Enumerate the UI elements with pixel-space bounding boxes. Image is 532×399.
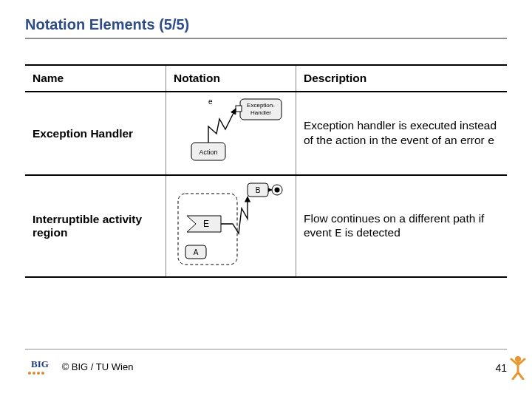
svg-point-21	[41, 372, 44, 375]
desc-text: Exception handler is executed instead of…	[304, 119, 497, 146]
table-header-row: Name Notation Description	[25, 65, 507, 92]
col-description-header: Description	[296, 65, 508, 92]
svg-text:Handler: Handler	[250, 109, 271, 116]
svg-text:Action: Action	[199, 149, 217, 156]
exception-handler-figure: Exception- Handler Action e	[174, 97, 284, 167]
footer-row: BIG © BIG / TU Wien 41	[25, 357, 507, 378]
svg-text:E: E	[203, 219, 209, 229]
row-name: Exception Handler	[25, 92, 166, 175]
desc-text-after: is detected	[342, 226, 400, 239]
svg-point-18	[28, 372, 31, 375]
footer-left: BIG © BIG / TU Wien	[25, 357, 133, 378]
table-row: Interruptible activity region A	[25, 175, 507, 277]
notation-table: Name Notation Description Exception Hand…	[25, 64, 507, 278]
svg-text:BIG: BIG	[31, 358, 49, 369]
svg-point-14	[275, 188, 280, 193]
slide: Notation Elements (5/5) Name Notation De…	[0, 0, 532, 399]
col-name-header: Name	[25, 65, 166, 92]
row-name: Interruptible activity region	[25, 175, 166, 277]
table-row: Exception Handler Exception- Handler	[25, 92, 507, 175]
big-logo: BIG	[25, 357, 55, 378]
human-icon	[508, 355, 528, 383]
row-description: Exception handler is executed instead of…	[296, 92, 508, 175]
row-description: Flow continues on a different path if ev…	[296, 175, 508, 277]
footer-divider	[25, 349, 507, 349]
svg-text:B: B	[256, 186, 261, 194]
page-number: 41	[495, 362, 507, 374]
svg-text:e: e	[208, 98, 213, 106]
page-title: Notation Elements (5/5)	[25, 16, 507, 33]
svg-text:A: A	[194, 248, 199, 256]
svg-text:Exception-: Exception-	[247, 102, 275, 109]
interruptible-region-figure: A E B	[174, 180, 284, 269]
svg-point-20	[37, 372, 40, 375]
desc-code: e	[488, 134, 494, 148]
footer: BIG © BIG / TU Wien 41	[25, 349, 507, 378]
row-notation: Exception- Handler Action e	[166, 92, 296, 175]
copyright-text: © BIG / TU Wien	[62, 361, 134, 372]
title-underline	[25, 38, 507, 39]
svg-rect-3	[236, 106, 242, 112]
desc-code: E	[335, 227, 341, 240]
row-notation: A E B	[166, 175, 296, 277]
svg-point-19	[33, 372, 35, 375]
col-notation-header: Notation	[166, 65, 296, 92]
